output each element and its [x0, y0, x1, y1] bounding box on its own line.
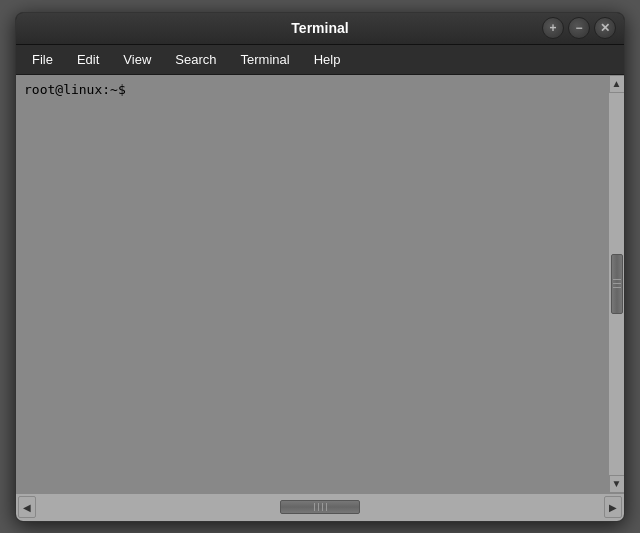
menu-help[interactable]: Help — [302, 48, 353, 71]
scroll-thumb-v[interactable] — [611, 254, 623, 314]
grip-line-h-1 — [314, 503, 315, 511]
grip-line-h-2 — [318, 503, 319, 511]
terminal-body: root@linux:~$ ▲ ▼ — [16, 75, 624, 493]
grip-line-h-4 — [326, 503, 327, 511]
thumb-grip-h — [314, 503, 327, 511]
vertical-scrollbar: ▲ ▼ — [608, 75, 624, 493]
horizontal-scrollbar-bar: ◀ ▶ — [16, 493, 624, 521]
thumb-grip-v — [613, 279, 621, 288]
grip-line-2 — [613, 283, 621, 284]
minimize-button[interactable]: − — [568, 17, 590, 39]
close-button[interactable]: ✕ — [594, 17, 616, 39]
menu-file[interactable]: File — [20, 48, 65, 71]
add-tab-button[interactable]: + — [542, 17, 564, 39]
menu-bar: File Edit View Search Terminal Help — [16, 45, 624, 75]
terminal-prompt: root@linux:~$ — [24, 81, 600, 99]
scroll-down-button[interactable]: ▼ — [609, 475, 625, 493]
menu-view[interactable]: View — [111, 48, 163, 71]
scroll-track-v[interactable] — [611, 95, 623, 473]
scroll-up-button[interactable]: ▲ — [609, 75, 625, 93]
menu-terminal[interactable]: Terminal — [229, 48, 302, 71]
grip-line-1 — [613, 279, 621, 280]
scroll-track-h[interactable] — [40, 500, 600, 514]
title-bar-controls: + − ✕ — [542, 17, 616, 39]
terminal-content[interactable]: root@linux:~$ — [16, 75, 608, 493]
scroll-thumb-h[interactable] — [280, 500, 360, 514]
grip-line-3 — [613, 287, 621, 288]
scroll-right-button[interactable]: ▶ — [604, 496, 622, 518]
terminal-window: Terminal + − ✕ File Edit View Search Ter… — [15, 12, 625, 522]
title-bar: Terminal + − ✕ — [16, 13, 624, 45]
menu-search[interactable]: Search — [163, 48, 228, 71]
scroll-left-button[interactable]: ◀ — [18, 496, 36, 518]
menu-edit[interactable]: Edit — [65, 48, 111, 71]
window-title: Terminal — [291, 20, 348, 36]
grip-line-h-3 — [322, 503, 323, 511]
